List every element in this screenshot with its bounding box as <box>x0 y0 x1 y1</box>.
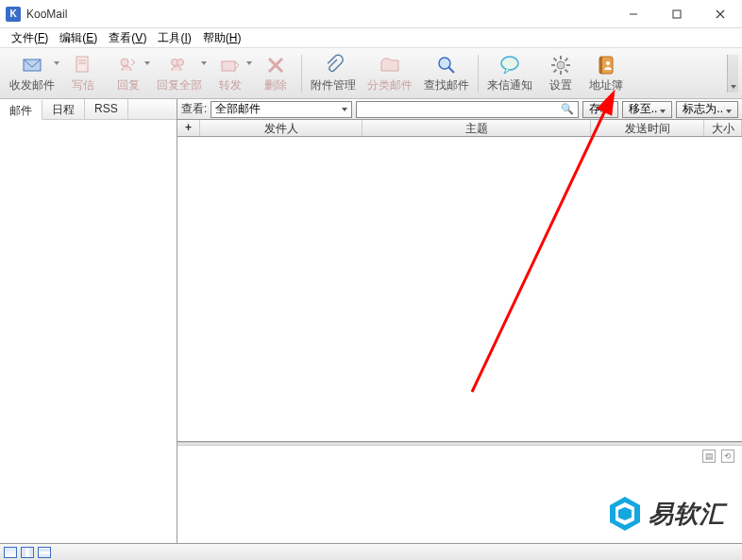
reply-all-button[interactable]: 回复全部 <box>151 52 208 95</box>
magnifier-icon <box>435 54 458 76</box>
folder-tree[interactable] <box>0 120 177 543</box>
chevron-down-icon <box>342 108 347 111</box>
move-to-button[interactable]: 移至.. <box>622 101 673 118</box>
menu-view[interactable]: 查看(V) <box>103 28 152 48</box>
address-label: 地址簿 <box>589 77 623 93</box>
receive-send-button[interactable]: 收发邮件 <box>4 52 60 95</box>
mail-list[interactable] <box>177 137 742 442</box>
paperclip-icon <box>322 54 345 76</box>
column-sender[interactable]: 发件人 <box>200 120 363 136</box>
column-attachment[interactable]: + <box>177 120 200 136</box>
menu-help[interactable]: 帮助(H) <box>197 28 247 48</box>
forward-button[interactable]: 转发 <box>208 52 253 95</box>
delete-icon <box>264 54 287 76</box>
svg-line-22 <box>554 58 557 60</box>
svg-line-25 <box>554 69 557 72</box>
flag-as-button[interactable]: 标志为.. <box>676 101 738 118</box>
toolbar-separator <box>301 55 302 93</box>
forward-label: 转发 <box>219 77 242 93</box>
view-combo-value: 全部邮件 <box>215 101 261 117</box>
search-icon: 🔍 <box>561 103 574 115</box>
svg-point-28 <box>606 61 610 65</box>
gear-icon <box>549 54 572 76</box>
toolbar-separator <box>478 55 479 93</box>
categorize-button[interactable]: 分类邮件 <box>362 52 418 95</box>
column-sent-time[interactable]: 发送时间 <box>591 120 704 136</box>
reply-label: 回复 <box>117 77 140 93</box>
toolbar: 收发邮件 写信 回复 回复全部 转发 删除 附件管理 分类邮件 查找邮件 来信通… <box>0 48 742 99</box>
menu-tools[interactable]: 工具(I) <box>152 28 196 48</box>
column-header: + 发件人 主题 发送时间 大小 <box>177 120 742 137</box>
mail-notify-button[interactable]: 来信通知 <box>481 52 538 95</box>
categorize-label: 分类邮件 <box>367 77 413 93</box>
svg-rect-1 <box>673 10 681 18</box>
tab-rss[interactable]: RSS <box>85 99 128 119</box>
receive-send-label: 收发邮件 <box>9 77 55 93</box>
svg-rect-11 <box>222 61 235 71</box>
svg-line-23 <box>565 69 568 72</box>
delete-button[interactable]: 删除 <box>253 52 298 95</box>
main-area: 邮件 日程 RSS 查看: 全部邮件 🔍 存档 移至.. 标志为.. + 发件人… <box>0 99 742 543</box>
view-label: 查看: <box>181 101 207 117</box>
menu-file[interactable]: 文件(F) <box>6 28 54 48</box>
sidebar-tabs: 邮件 日程 RSS <box>0 99 177 120</box>
attachment-manager-button[interactable]: 附件管理 <box>305 52 362 95</box>
app-icon: K <box>6 7 21 22</box>
tab-mail[interactable]: 邮件 <box>0 100 42 120</box>
window-title: KooMail <box>26 8 612 21</box>
address-book-icon <box>595 54 617 76</box>
window-controls <box>612 0 742 28</box>
settings-label: 设置 <box>549 77 572 93</box>
compose-icon <box>72 54 94 76</box>
preview-page-icon[interactable]: ▤ <box>702 450 716 463</box>
filter-bar: 查看: 全部邮件 🔍 存档 移至.. 标志为.. <box>177 99 742 120</box>
column-size[interactable]: 大小 <box>704 120 742 136</box>
find-mail-button[interactable]: 查找邮件 <box>418 52 475 95</box>
layout-view-1-icon[interactable] <box>4 547 17 558</box>
find-label: 查找邮件 <box>424 77 469 93</box>
menu-edit[interactable]: 编辑(E) <box>54 28 103 48</box>
archive-button[interactable]: 存档 <box>582 101 618 118</box>
layout-view-3-icon[interactable] <box>38 547 51 558</box>
layout-view-2-icon[interactable] <box>21 547 34 558</box>
svg-rect-27 <box>599 57 602 74</box>
forward-icon <box>219 54 242 76</box>
watermark-hex-icon <box>609 496 641 532</box>
minimize-button[interactable] <box>612 0 655 28</box>
compose-button[interactable]: 写信 <box>60 52 106 95</box>
right-content: 查看: 全部邮件 🔍 存档 移至.. 标志为.. + 发件人 主题 发送时间 大… <box>177 99 742 543</box>
address-book-button[interactable]: 地址簿 <box>583 52 629 95</box>
reply-icon <box>117 54 140 76</box>
notify-label: 来信通知 <box>487 77 532 93</box>
maximize-button[interactable] <box>655 0 699 28</box>
svg-point-8 <box>121 59 128 66</box>
svg-line-24 <box>565 58 568 60</box>
folder-icon <box>379 54 401 76</box>
menubar: 文件(F) 编辑(E) 查看(V) 工具(I) 帮助(H) <box>0 28 742 48</box>
toolbar-overflow[interactable] <box>727 55 738 93</box>
svg-rect-5 <box>76 57 88 72</box>
preview-source-icon[interactable]: ⟲ <box>721 450 734 463</box>
compose-label: 写信 <box>72 77 94 93</box>
reply-all-icon <box>168 54 191 76</box>
column-subject[interactable]: 主题 <box>363 120 591 136</box>
attachment-label: 附件管理 <box>311 77 356 93</box>
speech-bubble-icon <box>498 54 521 76</box>
svg-line-15 <box>448 67 454 73</box>
reply-all-label: 回复全部 <box>157 77 202 93</box>
left-sidebar: 邮件 日程 RSS <box>0 99 177 543</box>
status-bar <box>0 543 742 560</box>
watermark-text: 易软汇 <box>649 498 725 531</box>
svg-point-17 <box>557 61 565 69</box>
view-combo[interactable]: 全部邮件 <box>211 101 352 118</box>
settings-button[interactable]: 设置 <box>538 52 583 95</box>
tab-calendar[interactable]: 日程 <box>42 99 85 119</box>
search-input[interactable]: 🔍 <box>356 101 578 118</box>
mail-send-receive-icon <box>21 54 43 76</box>
close-button[interactable] <box>699 0 742 28</box>
titlebar: K KooMail <box>0 0 742 28</box>
svg-point-10 <box>177 59 184 65</box>
delete-label: 删除 <box>264 77 287 93</box>
reply-button[interactable]: 回复 <box>106 52 151 95</box>
svg-point-16 <box>501 57 518 70</box>
